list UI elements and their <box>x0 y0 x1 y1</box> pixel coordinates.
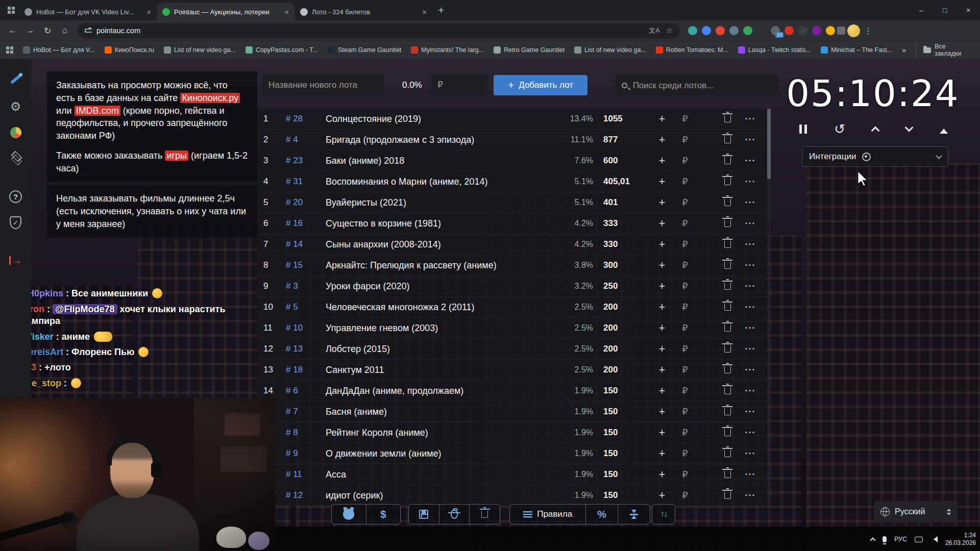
currency-button[interactable]: ₽ <box>674 109 696 129</box>
lot-search-input[interactable] <box>632 80 760 91</box>
lot-title[interactable]: Управление гневом (2003) <box>326 323 556 334</box>
delete-lot-button[interactable] <box>716 109 739 129</box>
back-button[interactable]: ← <box>5 23 20 38</box>
new-lot-name-input[interactable] <box>262 75 384 95</box>
browser-tab[interactable]: HoBot — Бот для VK Video Liv...× <box>19 3 157 20</box>
bookmark-item[interactable]: CopyPastas.com - T... <box>246 46 318 54</box>
bookmark-item[interactable]: Rotten Tomatoes: M... <box>656 46 728 54</box>
delete-lot-button[interactable] <box>716 464 739 485</box>
scrollbar-thumb[interactable] <box>767 109 771 179</box>
forward-button[interactable]: → <box>22 23 38 38</box>
row-menu-button[interactable]: ··· <box>739 171 762 192</box>
row-menu-button[interactable]: ··· <box>739 402 762 422</box>
save-button[interactable] <box>409 505 439 524</box>
lot-id[interactable]: # 28 <box>286 114 326 124</box>
bookmark-item[interactable]: List of new video ga... <box>574 46 646 54</box>
currency-button[interactable]: ₽ <box>674 464 696 485</box>
currency-button[interactable]: ₽ <box>674 151 696 171</box>
extension-icon[interactable] <box>812 26 821 35</box>
lot-title[interactable]: Уроки фарси (2020) <box>326 281 556 292</box>
add-lot-button[interactable]: + Добавить лот <box>494 75 587 95</box>
language-select[interactable]: Русский <box>874 501 958 522</box>
currency-button[interactable]: ₽ <box>674 171 696 192</box>
bookmark-item[interactable]: Steam Game Gauntlet <box>328 46 401 54</box>
site-settings-icon[interactable] <box>85 28 92 34</box>
delete-lot-button[interactable] <box>716 297 739 317</box>
lot-title[interactable]: Асса <box>326 469 556 480</box>
chat-username[interactable]: H0pkins <box>28 288 63 298</box>
eject-button[interactable] <box>939 124 948 134</box>
profile-avatar[interactable] <box>847 24 860 37</box>
bookmarks-overflow-icon[interactable]: » <box>902 46 906 54</box>
chat-mention[interactable]: @FlipMode78 <box>53 304 117 314</box>
row-menu-button[interactable]: ··· <box>739 276 762 296</box>
add-amount-button[interactable]: + <box>650 213 674 234</box>
currency-button[interactable]: ₽ <box>674 485 696 506</box>
speaker-icon[interactable] <box>930 536 938 542</box>
bookmark-item[interactable]: Retro Game Gauntlet <box>494 46 565 54</box>
delete-lot-button[interactable] <box>716 318 739 338</box>
lot-title[interactable]: Существо в корзине (1981) <box>326 218 556 229</box>
bug-report-button[interactable] <box>439 505 470 524</box>
extension-icon[interactable] <box>729 26 739 35</box>
lot-title[interactable]: Солнцестояние (2019) <box>326 114 556 124</box>
extension-icon[interactable] <box>798 26 807 35</box>
percent-mode-button[interactable]: % <box>585 505 618 524</box>
currency-button[interactable]: ₽ <box>674 276 696 296</box>
lot-title[interactable]: идиот (серик) <box>326 490 556 501</box>
bookmark-item[interactable]: Myinstants! The larg... <box>411 46 484 54</box>
pause-button[interactable] <box>799 124 807 134</box>
add-amount-button[interactable]: + <box>650 192 674 213</box>
add-amount-button[interactable]: + <box>650 234 674 255</box>
currency-button[interactable]: ₽ <box>674 360 696 380</box>
add-time-button[interactable] <box>871 127 880 135</box>
browser-tab[interactable]: Лото - 324 билетов× <box>295 3 433 20</box>
lot-id[interactable]: # 16 <box>286 218 326 229</box>
lot-id[interactable]: # 11 <box>286 469 326 480</box>
extension-icon[interactable] <box>757 26 766 35</box>
add-amount-button[interactable]: + <box>650 130 674 150</box>
lot-id[interactable]: # 12 <box>286 490 326 500</box>
lot-id[interactable]: # 7 <box>286 407 326 417</box>
lot-title[interactable]: ДанДаДан (аниме, продолжаем) <box>326 386 556 396</box>
tab-close-icon[interactable]: × <box>283 8 290 16</box>
tab-search-button[interactable] <box>4 3 18 17</box>
wheel-chart-icon[interactable] <box>10 127 21 138</box>
merge-button[interactable] <box>618 505 650 524</box>
lot-id[interactable]: # 14 <box>286 239 326 249</box>
subtract-time-button[interactable] <box>904 123 913 132</box>
delete-lot-button[interactable] <box>716 192 739 213</box>
new-tab-button[interactable]: + <box>438 4 444 16</box>
add-amount-button[interactable]: + <box>650 109 674 129</box>
sort-button[interactable]: ↑↓ <box>652 505 675 524</box>
keyboard-icon[interactable] <box>915 537 923 542</box>
address-bar[interactable]: pointauc.com 文A ☆ <box>78 23 680 39</box>
lot-title[interactable]: Человеческая многоножка 2 (2011) <box>326 302 556 313</box>
currency-button[interactable]: ₽ <box>674 130 696 150</box>
row-menu-button[interactable]: ··· <box>739 130 762 150</box>
integrations-select[interactable]: Интеграции <box>802 146 948 167</box>
integrations-toggle-icon[interactable] <box>862 153 871 161</box>
apps-grid-icon[interactable] <box>6 46 13 54</box>
lot-id[interactable]: # 15 <box>286 260 326 270</box>
row-menu-button[interactable]: ··· <box>739 485 762 506</box>
currency-button[interactable]: ₽ <box>674 255 696 276</box>
delete-lot-button[interactable] <box>716 360 739 380</box>
lot-id[interactable]: # 20 <box>286 197 326 208</box>
currency-button[interactable]: ₽ <box>674 339 696 359</box>
tab-close-icon[interactable]: × <box>145 8 152 16</box>
currency-button[interactable]: ₽ <box>674 318 696 338</box>
delete-lot-button[interactable] <box>716 171 739 192</box>
settings-gear-icon[interactable]: ⚙ <box>10 99 21 114</box>
currency-button[interactable]: ₽ <box>674 192 696 213</box>
bookmark-star-icon[interactable]: ☆ <box>666 26 673 35</box>
delete-lot-button[interactable] <box>716 213 739 234</box>
row-menu-button[interactable]: ··· <box>739 381 762 401</box>
lot-title[interactable]: Вуайеристы (2021) <box>326 197 556 208</box>
extension-icon[interactable] <box>743 26 752 35</box>
bookmark-item[interactable]: List of new video ga... <box>164 46 236 54</box>
lot-id[interactable]: # 8 <box>286 428 326 438</box>
delete-lot-button[interactable] <box>716 276 739 296</box>
lot-title[interactable]: Лобстер (2015) <box>326 344 556 355</box>
delete-lot-button[interactable] <box>716 381 739 401</box>
